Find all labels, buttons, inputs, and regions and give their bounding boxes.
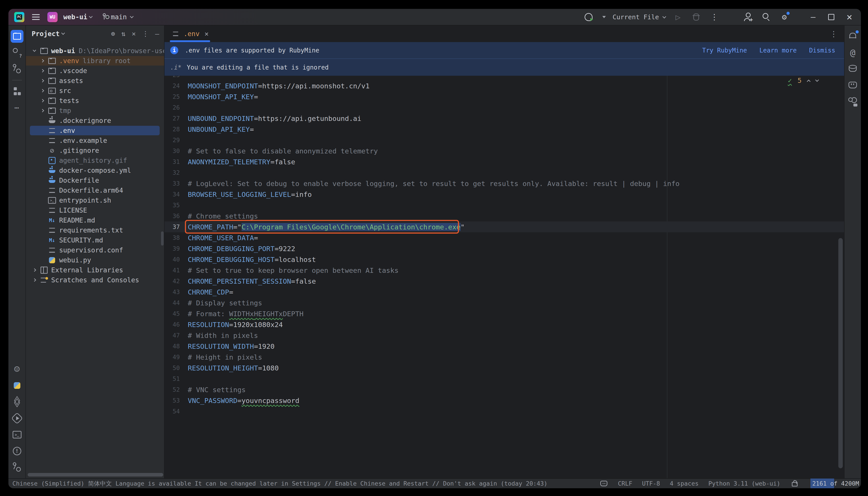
tree-item-scratches-and-consoles[interactable]: Scratches and Consoles — [26, 275, 164, 285]
tree-item-docker-compose-yml[interactable]: docker-compose.yml — [26, 166, 164, 175]
tree-item--dockerignore[interactable]: .dockerignore — [26, 115, 164, 126]
tree-item-entrypoint-sh[interactable]: entrypoint.sh — [26, 195, 164, 205]
memory-indicator[interactable]: 2161 of 4200M — [810, 479, 861, 488]
tree-item-web-ui[interactable]: web-uiD:\IdeaPro\browser-use\web-ui — [26, 46, 164, 56]
code-line-52[interactable]: 52# VNC settings — [165, 384, 844, 395]
code-line-28[interactable]: 28UNBOUND_API_KEY= — [165, 124, 844, 135]
services-icon[interactable] — [11, 396, 24, 408]
pull-requests-icon[interactable] — [11, 46, 24, 59]
collapse-all-icon[interactable]: × — [132, 30, 136, 37]
run-button[interactable]: ▷ — [672, 11, 684, 23]
tree-item-readme-md[interactable]: README.md — [26, 215, 164, 225]
code-line-48[interactable]: 48RESOLUTION_WIDTH=1920 — [165, 341, 844, 352]
add-user-button[interactable] — [742, 11, 754, 23]
ai-assistant-icon[interactable]: @ — [846, 46, 859, 59]
tree-item-dockerfile-arm64[interactable]: Dockerfile.arm64 — [26, 185, 164, 195]
copilot-status-icon[interactable] — [600, 479, 608, 488]
copilot-icon[interactable] — [846, 79, 859, 92]
code-line-46[interactable]: 46RESOLUTION=1920x1080x24 — [165, 319, 844, 330]
code-line-24[interactable]: 24MOONSHOT_ENDPOINT=https://api.moonshot… — [165, 80, 844, 91]
minimize-button[interactable]: — — [807, 11, 819, 23]
tree-item-tests[interactable]: tests — [26, 96, 164, 106]
tree-item--env-example[interactable]: .env.example — [26, 136, 164, 145]
code-line-51[interactable]: 51 — [165, 373, 844, 384]
code-with-me-icon[interactable] — [846, 95, 859, 108]
code-line-40[interactable]: 40CHROME_DEBUGGING_HOST=localhost — [165, 254, 844, 265]
problems-icon[interactable] — [11, 445, 24, 458]
python-packages-icon[interactable] — [11, 379, 24, 392]
code-line-32[interactable]: 32 — [165, 167, 844, 178]
project-panel-title[interactable]: Project — [32, 30, 60, 37]
code-line-49[interactable]: 49# Height in pixels — [165, 352, 844, 362]
settings-button[interactable]: ⚙ — [778, 11, 790, 23]
code-line-29[interactable]: 29 — [165, 135, 844, 145]
options-kebab-icon[interactable]: ⋮ — [142, 30, 149, 37]
code-line-36[interactable]: 36# Chrome settings — [165, 211, 844, 221]
code-line-39[interactable]: 39CHROME_DEBUGGING_PORT=9222 — [165, 243, 844, 254]
banner-link-try-rubymine[interactable]: Try RubyMine — [702, 47, 747, 54]
huggingface-icon[interactable]: ☺ — [11, 363, 24, 375]
code-line-25[interactable]: 25MOONSHOT_API_KEY= — [165, 91, 844, 102]
run-options-arrow-icon[interactable] — [602, 16, 606, 18]
code-line-27[interactable]: 27UNBOUND_ENDPOINT=https://api.getunboun… — [165, 113, 844, 124]
tab-env[interactable]: .env × — [170, 26, 210, 42]
code-line-53[interactable]: 53VNC_PASSWORD=youvncpassword — [165, 395, 844, 406]
more-tool-windows-icon[interactable]: ⋯ — [11, 101, 24, 114]
status-message[interactable]: Chinese (Simplified) 简体中文 Language is av… — [12, 480, 595, 487]
code-line-50[interactable]: 50RESOLUTION_HEIGHT=1080 — [165, 362, 844, 373]
inspection-widget[interactable]: ✓ 5 — [788, 77, 818, 84]
notifications-icon[interactable] — [846, 30, 859, 43]
run-configuration-selector[interactable]: Current File — [613, 13, 666, 21]
project-selector[interactable]: web-ui — [63, 13, 92, 21]
hide-panel-icon[interactable]: — — [155, 30, 159, 37]
tree-item-tmp[interactable]: tmp — [26, 106, 164, 115]
code-line-31[interactable]: 31ANONYMIZED_TELEMETRY=false — [165, 156, 844, 167]
tab-close-icon[interactable]: × — [204, 30, 208, 38]
project-folder-icon[interactable] — [11, 30, 24, 43]
code-line-43[interactable]: 43CHROME_CDP= — [165, 286, 844, 297]
code-line-23[interactable]: 23 — [165, 76, 844, 80]
code-line-45[interactable]: 45# Format: WIDTHxHEIGHTxDEPTH — [165, 308, 844, 319]
banner-link-learn-more[interactable]: Learn more — [759, 47, 797, 54]
tree-item--env[interactable]: .env — [26, 126, 164, 136]
tree-item-license[interactable]: LICENSE — [26, 205, 164, 215]
status-item-4-spaces[interactable]: 4 spaces — [670, 480, 699, 487]
more-actions-kebab[interactable]: ⋮ — [709, 11, 720, 23]
tree-item-external-libraries[interactable]: External Libraries — [26, 265, 164, 275]
code-line-47[interactable]: 47# Width in pixels — [165, 330, 844, 341]
code-line-37[interactable]: 37CHROME_PATH="C:\Program Files\Google\C… — [165, 221, 844, 232]
previous-problem-icon[interactable] — [807, 79, 811, 83]
debug-button[interactable] — [691, 11, 702, 23]
tree-item-dockerfile[interactable]: Dockerfile — [26, 175, 164, 185]
close-button[interactable]: × — [843, 11, 855, 23]
commit-version-control-icon[interactable] — [11, 63, 24, 76]
tree-item-agent-history-gif[interactable]: agent_history.gif — [26, 155, 164, 166]
code-line-30[interactable]: 30# Set to false to disable anonymized t… — [165, 145, 844, 156]
branch-selector[interactable]: main — [102, 13, 133, 21]
status-item-utf-8[interactable]: UTF-8 — [642, 480, 660, 487]
database-icon[interactable] — [846, 63, 859, 76]
code-line-38[interactable]: 38CHROME_USER_DATA= — [165, 232, 844, 243]
run-anything-icon[interactable] — [11, 412, 24, 425]
code-line-33[interactable]: 33# LogLevel: Set to debug to enable ver… — [165, 178, 844, 189]
editor-scrollbar[interactable] — [838, 238, 843, 468]
project-horizontal-scrollbar[interactable] — [28, 473, 163, 477]
code-line-42[interactable]: 42CHROME_PERSISTENT_SESSION=false — [165, 276, 844, 286]
tree-item-assets[interactable]: assets — [26, 76, 164, 86]
tree-item-src[interactable]: src — [26, 86, 164, 96]
code-line-41[interactable]: 41# Set to true to keep browser open bet… — [165, 265, 844, 276]
tree-item--vscode[interactable]: .vscode — [26, 66, 164, 76]
tree-item-requirements-txt[interactable]: requirements.txt — [26, 225, 164, 235]
code-line-35[interactable]: 35 — [165, 200, 844, 211]
terminal-icon[interactable] — [11, 428, 24, 441]
code-area[interactable]: 2324MOONSHOT_ENDPOINT=https://api.moonsh… — [165, 76, 844, 478]
code-line-26[interactable]: 26 — [165, 102, 844, 113]
next-problem-icon[interactable] — [815, 78, 819, 82]
status-item-python-3-11-web-ui-[interactable]: Python 3.11 (web-ui) — [708, 480, 780, 487]
tree-item--gitignore[interactable]: .gitignore — [26, 145, 164, 155]
banner-link-dismiss[interactable]: Dismiss — [809, 47, 835, 54]
tree-item--venv[interactable]: .venvlibrary root — [26, 56, 164, 66]
git-icon[interactable] — [11, 461, 24, 474]
tree-item-security-md[interactable]: SECURITY.md — [26, 235, 164, 245]
tree-item-supervisord-conf[interactable]: supervisord.conf — [26, 245, 164, 255]
